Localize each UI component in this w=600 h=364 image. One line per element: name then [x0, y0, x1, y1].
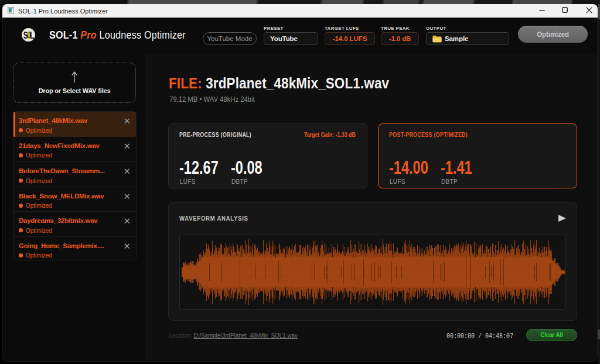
svg-text:1: 1: [27, 30, 30, 42]
